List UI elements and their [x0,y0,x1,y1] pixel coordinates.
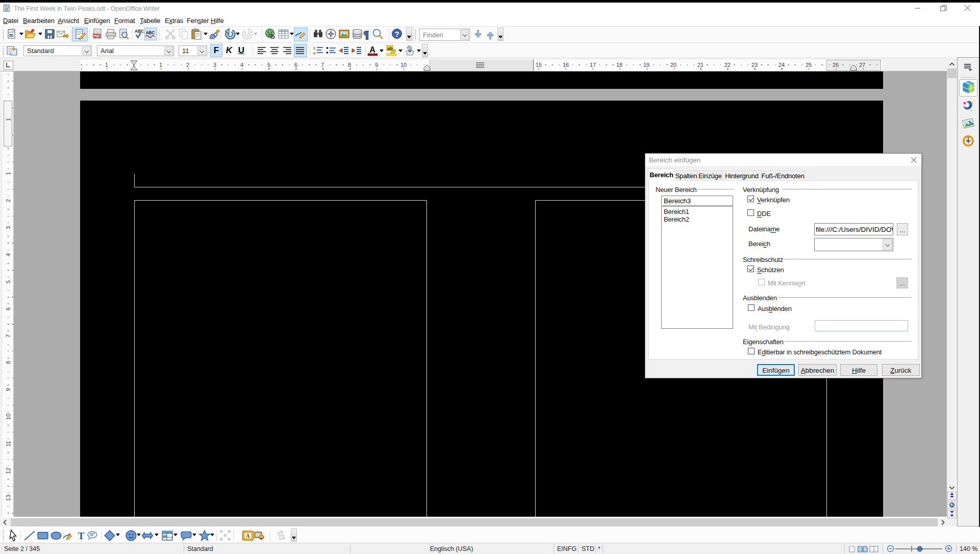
svg-text:II: II [313,51,315,56]
svg-text:1: 1 [313,46,316,51]
svg-text:A: A [369,45,375,54]
svg-text:A: A [246,533,250,539]
svg-text:N: N [967,137,969,139]
svg-text:¶: ¶ [363,29,369,41]
svg-text:ABC: ABC [135,29,144,34]
svg-text:T: T [78,531,84,541]
svg-text:PDF: PDF [93,34,100,38]
svg-text:ABC: ABC [145,30,155,35]
svg-text:ab: ab [387,46,393,51]
svg-text:?: ? [394,30,399,38]
